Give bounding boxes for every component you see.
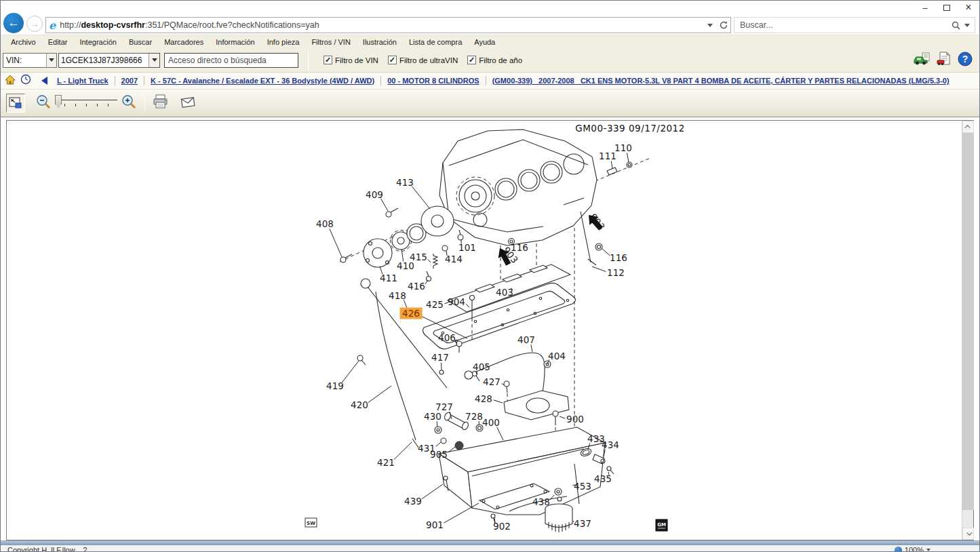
callout-428-25[interactable]: 428 [475,393,492,404]
callout-410-6[interactable]: 410 [397,260,414,271]
breadcrumb-link-0[interactable]: L - Light Truck [57,77,109,85]
callout-406-19[interactable]: 406 [438,332,456,343]
illustration-viewport[interactable]: GM00-339 09/17/2012 SW GM 11011140840941… [6,120,974,540]
callout-430-29[interactable]: 430 [424,411,442,422]
vin-combo[interactable] [58,53,160,68]
callout-901-42[interactable]: 901 [426,519,444,530]
parts-diagram[interactable]: GM00-339 09/17/2012 SW GM 11011140840941… [7,121,962,540]
vertical-scrollbar[interactable] [962,121,973,540]
breadcrumb-link-3[interactable]: 00 - MOTOR 8 CILINDROS [387,77,479,85]
callout-728-30[interactable]: 728 [465,411,483,422]
callout-411-8[interactable]: 411 [380,273,397,283]
vin-input[interactable] [59,56,147,65]
callout-408-2[interactable]: 408 [316,218,334,229]
callout-413-4[interactable]: 413 [396,177,414,188]
help-icon[interactable]: ? [958,52,973,69]
back-button[interactable]: ← [3,13,24,33]
callout-435-38[interactable]: 435 [594,473,612,484]
callout-418-14[interactable]: 418 [389,290,406,301]
search-dropdown-icon[interactable] [962,18,972,33]
search-icon[interactable] [949,18,962,33]
maximize-button[interactable] [936,1,958,14]
callout-112-13[interactable]: 112 [607,267,625,278]
scroll-down-button[interactable] [962,528,974,540]
menu-archivo[interactable]: Archivo [5,38,42,46]
menu-informaci-n[interactable]: Información [210,38,260,46]
zoom-level-control[interactable]: 100% [895,546,930,551]
menu-buscar[interactable]: Buscar [123,38,158,46]
checkbox-check-icon: ✓ [467,56,476,64]
callout-404-21[interactable]: 404 [548,351,566,361]
menu-info-pieza[interactable]: Info pieza [261,38,306,46]
callout-400-31[interactable]: 400 [482,417,500,428]
callout-437-44[interactable]: 437 [574,518,591,529]
callout-416-9[interactable]: 416 [408,281,425,292]
callout-420-27[interactable]: 420 [351,399,368,410]
checkbox-filtro-de-vin[interactable]: ✓Filtro de VIN [324,56,378,64]
callout-116-12[interactable]: 116 [610,252,627,263]
callout-905-36[interactable]: 905 [430,449,448,460]
callout-405-23[interactable]: 405 [473,361,490,372]
close-button[interactable]: × [958,1,979,14]
callout-419-26[interactable]: 419 [326,380,344,391]
checkbox-filtro-de-a-o[interactable]: ✓Filtro de año [467,56,522,64]
minimize-button[interactable]: – [914,1,936,14]
menu-ilustraci-n[interactable]: Ilustración [357,38,403,46]
breadcrumb-link-4[interactable]: (GM00-339) 2007-2008 CK1 ENS MOTOR-5.3L … [492,77,949,85]
forward-button[interactable]: → [26,16,43,32]
scroll-up-button[interactable] [962,121,974,133]
note-icon[interactable] [179,94,197,113]
zoom-in-icon[interactable] [120,94,138,113]
callout-439-41[interactable]: 439 [404,496,422,507]
menu-filtros-vin[interactable]: Filtros / VIN [305,38,356,46]
address-dropdown-icon[interactable] [703,18,717,33]
callout-902-43[interactable]: 902 [493,521,511,532]
callout-421-37[interactable]: 421 [377,457,395,468]
scrollbar-thumb[interactable] [962,133,974,510]
callout-903-1[interactable]: 903 [588,212,607,232]
callout-407-20[interactable]: 407 [517,334,535,345]
address-bar[interactable]: e http://desktop-cvsrfhr:351/PQMace/root… [45,17,731,33]
callout-414-7[interactable]: 414 [445,254,463,264]
home-icon[interactable] [5,75,16,87]
vin-bar-separator [308,50,309,71]
callout-101-10[interactable]: 101 [458,242,476,253]
fit-to-window-button[interactable] [6,94,25,113]
history-clock-icon[interactable] [20,74,31,87]
print-icon[interactable] [152,94,170,113]
vehicle-report-icon[interactable] [937,52,952,69]
callout-453-39[interactable]: 453 [574,481,591,492]
menu-editar[interactable]: Editar [42,38,74,46]
menu-integraci-n[interactable]: Integración [73,38,122,46]
callout-110[interactable]: 110 [614,142,632,153]
menu-ayuda[interactable]: Ayuda [468,38,501,46]
menu-marcadores[interactable]: Marcadores [158,38,210,46]
zoom-out-icon[interactable] [35,94,52,113]
zoom-slider[interactable] [55,95,117,111]
menu-lista-de-compra[interactable]: Lista de compra [403,38,468,46]
callout-409-3[interactable]: 409 [366,189,383,200]
breadcrumb-link-2[interactable]: K - 57C - Avalanche / Escalade EXT - 36 … [151,77,374,85]
zoom-slider-handle[interactable] [55,95,62,108]
search-input[interactable] [740,20,949,30]
breadcrumb-link-1[interactable]: 2007 [121,77,138,85]
callout-434-34[interactable]: 434 [602,439,619,450]
breadcrumb-back-icon[interactable] [41,77,47,85]
callout-111-1[interactable]: 111 [599,151,616,161]
callout-425-15[interactable]: 425 [426,299,444,310]
callout-403-17[interactable]: 403 [496,287,513,298]
vin-type-select[interactable]: VIN: [3,53,57,68]
checkbox-filtro-de-ultravin[interactable]: ✓Filtro de ultraVIN [388,56,458,64]
leader-line-400 [497,427,503,440]
callout-438-40[interactable]: 438 [532,496,550,507]
quick-search-input[interactable] [164,53,298,68]
callout-427-24[interactable]: 427 [483,376,501,387]
browser-search-box[interactable] [734,17,975,33]
refresh-icon[interactable] [717,18,730,33]
vehicle-info-icon[interactable] [913,52,930,68]
callout-904-16[interactable]: 904 [448,296,465,307]
callout-900-32[interactable]: 900 [566,414,584,425]
vin-dropdown-icon[interactable] [149,54,159,67]
callout-417-22[interactable]: 417 [431,352,449,363]
callout-426-18[interactable]: 426 [402,308,420,319]
